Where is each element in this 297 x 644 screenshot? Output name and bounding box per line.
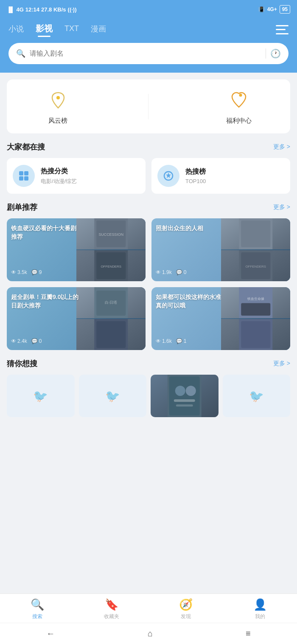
thumb-inner-4: 铁血生命缘 [221,287,291,350]
guess-item-3[interactable] [151,375,219,417]
sys-menu-button[interactable]: ≡ [246,629,251,638]
playlist-grid: SUCCESSION OFFENDERS 铁血硬汉必看的十大番剧推荐 [7,218,290,350]
playlist-title-1: 铁血硬汉必看的十大番剧推荐 [11,224,79,241]
thumb-inner-1: SUCCESSION OFFENDERS [76,218,146,281]
nav-search[interactable]: 🔍 搜索 [22,598,52,620]
playlist-card-3[interactable]: 白·日塔 超全剧单！豆瓣9.0以上的日剧大推荐 👁 2.4k 💬 0 [7,287,146,350]
bottom-nav: 🔍 搜索 🔖 收藏夹 🧭 发现 👤 我的 [0,593,297,623]
playlist-more[interactable]: 更多 > [273,203,290,211]
svg-rect-29 [169,376,200,415]
clock-icon[interactable]: 🕐 [270,48,281,59]
nav-favorites[interactable]: 🔖 收藏夹 [97,598,126,620]
svg-point-30 [175,386,185,396]
hot-card-category[interactable]: 热搜分类 电影/动漫/综艺 [7,158,146,194]
playlist-card-4[interactable]: 铁血生命缘 如果都可以按这样的水准真的可以哦 👁 1.6k [151,287,290,350]
search-nav-label: 搜索 [32,613,42,620]
playlist-info-2: 照射出众生的人相 👁 1.9k 💬 0 [151,218,228,281]
menu-button[interactable] [276,25,289,34]
playlist-card-2[interactable]: OFFENDERS 照射出众生的人相 👁 1.9k 💬 0 [151,218,290,281]
bookmark-nav-icon: 🔖 [105,598,118,611]
status-left: ▐▌ 4G 12:14 27.8 KB/s ((·)) [7,6,77,13]
search-bar[interactable]: 🔍 🕐 [8,43,289,64]
svg-rect-14 [241,220,270,247]
views-3: 👁 2.4k [11,338,27,344]
signal-4g: 4G [16,6,23,13]
header: 小说 影视 TXT 漫画 🔍 🕐 [0,19,297,73]
svg-rect-2 [19,171,23,175]
time: 12:14 [25,6,39,13]
search-icon: 🔍 [16,49,25,58]
playlist-info-1: 铁血硬汉必看的十大番剧推荐 👁 3.5k 💬 9 [7,218,83,281]
svg-rect-25 [241,303,270,316]
playlist-stats-2: 👁 1.9k 💬 0 [156,269,224,275]
search-input[interactable] [30,50,261,57]
vibrate-icon: 📳 [258,6,265,12]
svg-rect-33 [176,404,193,407]
tab-video[interactable]: 影视 [36,23,53,36]
playlist-thumb-2: OFFENDERS [221,218,291,281]
poster-4b [221,319,291,350]
guess-item-4[interactable]: 🐦 [223,375,291,417]
playlist-stats-4: 👁 1.6k 💬 1 [156,338,224,344]
comments-1: 💬 9 [31,269,42,275]
profile-nav-label: 我的 [255,613,265,620]
quick-item-ranking[interactable]: 风云榜 [46,88,70,125]
hot-top-text: 热搜榜 TOP100 [185,167,206,184]
tab-txt[interactable]: TXT [64,24,79,35]
svg-rect-5 [24,176,28,181]
guess-item-2[interactable]: 🐦 [79,375,147,417]
views-2: 👁 1.9k [156,269,172,275]
wifi-icon: ((·)) [68,6,77,13]
poster-1b: OFFENDERS [76,250,146,281]
playlist-title-4: 如果都可以按这样的水准真的可以哦 [156,293,224,310]
status-right: 📳 4G+ 95 [258,5,290,14]
playlist-header: 剧单推荐 更多 > [7,202,290,212]
main-content: 风云榜 福利中心 大家都在搜 更多 > [0,73,297,417]
hot-search-more[interactable]: 更多 > [273,143,290,151]
guess-grid: 🐦 🐦 🐦 [7,375,290,417]
svg-text:OFFENDERS: OFFENDERS [101,265,121,268]
sys-back-button[interactable]: ← [46,629,55,638]
playlist-thumb-3: 白·日塔 [76,287,146,350]
playlist-title: 剧单推荐 [7,202,37,212]
guess-item-1[interactable]: 🐦 [7,375,75,417]
poster-3b [76,319,146,350]
favorites-nav-label: 收藏夹 [104,613,119,620]
svg-text:白·日塔: 白·日塔 [105,300,117,305]
poster-1a: SUCCESSION [76,218,146,249]
nav-left: 小说 影视 TXT 漫画 [8,23,106,36]
bird-icon-1: 🐦 [33,389,48,403]
nav-tabs: 小说 影视 TXT 漫画 [8,23,289,36]
bird-icon-2: 🐦 [105,389,120,403]
tab-manga[interactable]: 漫画 [91,24,106,36]
search-divider [266,48,266,59]
nav-discover[interactable]: 🧭 发现 [171,598,201,620]
playlist-info-4: 如果都可以按这样的水准真的可以哦 👁 1.6k 💬 1 [151,287,228,350]
poster-2a [221,218,291,249]
tab-novel[interactable]: 小说 [8,24,24,36]
nav-profile[interactable]: 👤 我的 [245,598,275,620]
signal-icon: ▐▌ [7,6,14,13]
user-nav-icon: 👤 [253,598,267,611]
signal-right: 4G+ [267,6,277,12]
views-1: 👁 3.5k [11,269,27,275]
system-nav: ← ⌂ ≡ [0,623,297,644]
sys-home-button[interactable]: ⌂ [148,629,153,638]
views-4: 👁 1.6k [156,338,172,344]
ranking-label: 风云榜 [48,117,67,125]
poster-4a: 铁血生命缘 [221,287,291,318]
playlist-stats-3: 👁 2.4k 💬 0 [11,338,79,344]
playlist-thumb-1: SUCCESSION OFFENDERS [76,218,146,281]
quick-item-welfare[interactable]: 福利中心 [226,88,252,125]
hot-category-title: 热搜分类 [41,167,77,176]
guess-search-more[interactable]: 更多 > [273,360,290,367]
medal-icon [157,165,179,187]
search-nav-icon: 🔍 [31,598,44,611]
hot-top-title: 热搜榜 [185,167,206,176]
hot-card-top100[interactable]: 热搜榜 TOP100 [151,158,290,194]
svg-rect-22 [96,321,126,348]
svg-text:OFFENDERS: OFFENDERS [245,265,266,268]
poster-2b: OFFENDERS [221,250,291,281]
playlist-card-1[interactable]: SUCCESSION OFFENDERS 铁血硬汉必看的十大番剧推荐 [7,218,146,281]
guess-search-title: 猜你想搜 [7,359,37,369]
